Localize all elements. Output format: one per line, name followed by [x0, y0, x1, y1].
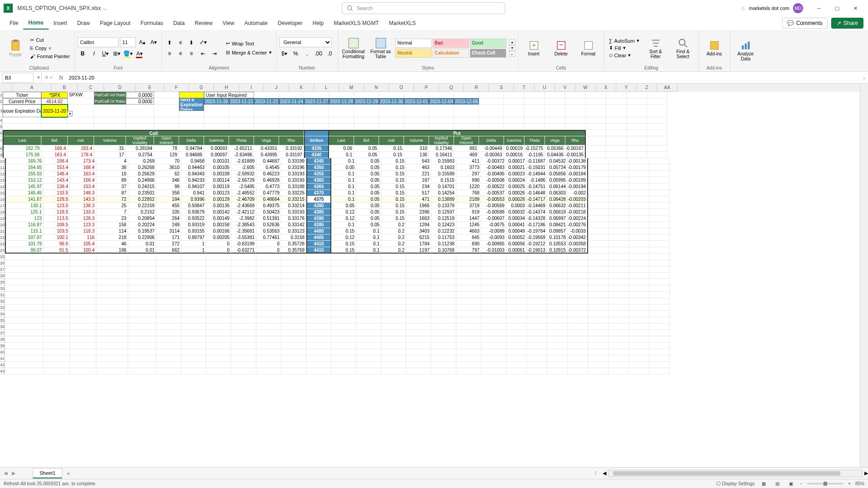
- cell-J18[interactable]: 0.50423: [256, 209, 281, 215]
- cell-E15[interactable]: 0.23501: [128, 190, 156, 196]
- strike-4400[interactable]: 4400: [306, 228, 331, 234]
- cell-H8[interactable]: 0.00093: [204, 145, 229, 152]
- cell-J19[interactable]: 0.51391: [256, 215, 281, 222]
- cell-V11[interactable]: 0.05724: [547, 164, 568, 171]
- cell-E23[interactable]: 0.01: [128, 241, 156, 247]
- cell-H18[interactable]: 0.00142: [206, 209, 231, 215]
- zoom-out-button[interactable]: −: [800, 481, 803, 486]
- cell-D19[interactable]: 23: [96, 215, 128, 222]
- col-header-X[interactable]: X: [596, 84, 616, 92]
- row-header-34[interactable]: 34: [0, 311, 5, 317]
- strike-4410[interactable]: 4410: [306, 241, 331, 247]
- cell-H14[interactable]: 0.00119: [206, 184, 231, 190]
- cell-N17[interactable]: 0.05: [356, 203, 381, 209]
- row-header-29[interactable]: 29: [0, 279, 5, 285]
- cell-R22[interactable]: 845: [456, 234, 481, 241]
- tab-review[interactable]: Review: [190, 17, 217, 29]
- cell-E12[interactable]: 0.25629: [128, 171, 156, 177]
- tab-insert[interactable]: Insert: [49, 17, 72, 29]
- cell-E21[interactable]: 0.19537: [128, 228, 156, 234]
- cell-N14[interactable]: 0.05: [356, 184, 381, 190]
- cell-C22[interactable]: 116: [70, 234, 96, 241]
- cell-M8[interactable]: 0.09: [329, 145, 354, 152]
- cell-P13[interactable]: 187: [406, 177, 431, 184]
- cell-Q22[interactable]: 0.11753: [431, 234, 456, 241]
- cell-D18[interactable]: 7: [96, 209, 128, 215]
- cell-S17[interactable]: -0.00569: [481, 203, 506, 209]
- cell-W17[interactable]: -0.00211: [568, 203, 588, 209]
- cell-F24[interactable]: 662: [156, 247, 181, 254]
- strike-4360[interactable]: 4360: [306, 177, 331, 184]
- autosum-button[interactable]: ∑ AutoSum ▾: [607, 37, 641, 44]
- cell-G11[interactable]: 0.94463: [181, 164, 206, 171]
- exp-date-8[interactable]: 2023-12-01: [404, 98, 429, 105]
- cell-P23[interactable]: 1784: [406, 241, 431, 247]
- col-header-Y[interactable]: Y: [616, 84, 637, 92]
- cell-S23[interactable]: -0.00965: [481, 241, 506, 247]
- cell-C8[interactable]: 183.4: [68, 145, 94, 152]
- cell-N22[interactable]: 0.1: [356, 234, 381, 241]
- decrease-indent[interactable]: ⇤: [198, 49, 208, 59]
- cell-K10[interactable]: 0.33199: [281, 158, 306, 164]
- cell-P17[interactable]: 1966: [406, 203, 431, 209]
- cell-V10[interactable]: 0.04532: [547, 158, 568, 164]
- cell-M19[interactable]: 0.12: [331, 215, 356, 222]
- cell-J16[interactable]: 0.48664: [256, 196, 281, 203]
- format-as-table-button[interactable]: Format as Table: [368, 36, 394, 60]
- increase-decimal[interactable]: .00: [314, 49, 324, 59]
- cell-D8[interactable]: 31: [94, 145, 126, 152]
- row-header-30[interactable]: 30: [0, 285, 5, 292]
- col-header-B[interactable]: B: [51, 84, 78, 92]
- paste-button[interactable]: Paste: [6, 38, 25, 58]
- fill-button[interactable]: ⬇ Fill ▾: [607, 45, 641, 51]
- cell-M9[interactable]: 0.1: [329, 152, 354, 158]
- cell-V15[interactable]: 0.06303: [547, 190, 568, 196]
- cell-Q14[interactable]: 0.14701: [431, 184, 456, 190]
- cell-F14[interactable]: 99: [156, 184, 181, 190]
- row-header-27[interactable]: 27: [0, 266, 5, 273]
- cell-T21[interactable]: 0.00049: [506, 228, 527, 234]
- cell-C11[interactable]: 168.4: [70, 164, 96, 171]
- strike-4385[interactable]: 4385: [306, 209, 331, 215]
- cell-D17[interactable]: 25: [96, 203, 128, 209]
- addins-button[interactable]: Add-ins: [702, 39, 727, 57]
- decrease-decimal[interactable]: .0: [325, 49, 335, 59]
- cell-M15[interactable]: 0.1: [331, 190, 356, 196]
- accounting-button[interactable]: $▾: [279, 49, 289, 59]
- cell-U22[interactable]: -0.19569: [527, 234, 547, 241]
- cell-T22[interactable]: 0.00052: [506, 234, 527, 241]
- cell-O18[interactable]: 0.15: [381, 209, 406, 215]
- cell-T24[interactable]: 0.00061: [506, 247, 527, 254]
- cell-N12[interactable]: 0.05: [356, 171, 381, 177]
- strike-4350[interactable]: 4350: [306, 164, 331, 171]
- col-header-S[interactable]: S: [489, 84, 514, 92]
- cell-B9[interactable]: 163.4: [41, 152, 68, 158]
- cell-K18[interactable]: 0.33193: [281, 209, 306, 215]
- cell-D11[interactable]: 38: [96, 164, 128, 171]
- cell-E8[interactable]: 0.28184: [126, 145, 154, 152]
- cell-G15[interactable]: 0.941: [181, 190, 206, 196]
- cell-H19[interactable]: 0.00149: [206, 215, 231, 222]
- cell-C16[interactable]: 143.3: [70, 196, 96, 203]
- cell-V12[interactable]: 0.05856: [547, 171, 568, 177]
- percent-button[interactable]: %: [291, 49, 301, 59]
- normal-view-button[interactable]: ▦: [759, 480, 768, 488]
- cell-S14[interactable]: -0.00522: [481, 184, 506, 190]
- cell-C21[interactable]: 118.3: [70, 228, 96, 234]
- filename-chevron-icon[interactable]: ⌵: [103, 5, 106, 11]
- align-middle[interactable]: ≡: [175, 38, 185, 48]
- share-button[interactable]: ↗Share: [831, 18, 863, 29]
- exp-date-1[interactable]: 2023-11-21: [229, 98, 254, 105]
- cut-button[interactable]: ✂Cut: [28, 36, 72, 44]
- cell-A20[interactable]: 116.87: [5, 222, 44, 228]
- number-format-select[interactable]: General: [279, 37, 332, 47]
- cell-Q15[interactable]: 0.14254: [431, 190, 456, 196]
- cell-B13[interactable]: 143.4: [44, 177, 70, 184]
- cell-I15[interactable]: -2.48552: [231, 190, 256, 196]
- cell-N19[interactable]: 0.05: [356, 215, 381, 222]
- cell-I21[interactable]: -2.35681: [231, 228, 256, 234]
- cell-V21[interactable]: 0.09857: [547, 228, 568, 234]
- row-header-19[interactable]: 19: [0, 215, 5, 222]
- cell-I22[interactable]: -3.55381: [231, 234, 256, 241]
- cell-J23[interactable]: 0: [256, 241, 281, 247]
